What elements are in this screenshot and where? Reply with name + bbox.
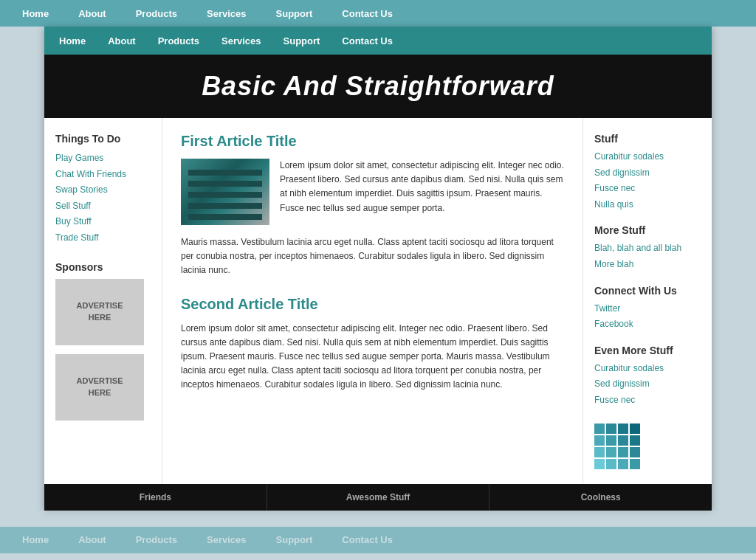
things-link[interactable]: Sell Stuff (55, 198, 151, 215)
pixel-cell (618, 435, 628, 446)
hero-banner: Basic And Straightforward (44, 55, 712, 118)
list-item: Curabitur sodales (594, 361, 701, 377)
pixel-cell (594, 435, 605, 446)
bottom-ghost-nav-item: Home (22, 534, 49, 545)
sidebar-right-section-title: Even More Stuff (594, 345, 701, 356)
sidebar-right-section-title: More Stuff (594, 224, 701, 236)
main-layout: Things To Do Play GamesChat With Friends… (44, 118, 712, 484)
ad-box-2: ADVERTISEHERE (55, 354, 144, 421)
sidebar-right-section-title: Connect With Us (594, 285, 701, 297)
sidebar-right-link[interactable]: Nulla quis (594, 197, 701, 213)
sponsors-title: Sponsors (55, 261, 151, 273)
list-item: Play Games (55, 151, 151, 167)
list-item: Chat With Friends (55, 167, 151, 183)
pixel-cell (606, 447, 616, 457)
bottom-ghost-nav: HomeAboutProductsServicesSupportContact … (0, 527, 756, 553)
site-nav: HomeAboutProductsServicesSupportContact … (44, 27, 712, 55)
sidebar-right-link[interactable]: Sed dignissim (594, 376, 701, 393)
bottom-ghost-nav-item: Support (276, 534, 313, 545)
pixel-cell (594, 459, 605, 469)
pixel-cell (630, 447, 640, 457)
things-link[interactable]: Play Games (55, 151, 151, 167)
list-item: Sell Stuff (55, 198, 151, 215)
sidebar-right-link[interactable]: More blah (594, 257, 701, 273)
top-nav-services[interactable]: Services (207, 8, 247, 19)
list-item: Blah, blah and all blah (594, 241, 701, 257)
sidebar-right-section-list: Curabitur sodalesSed dignissimFusce nec (594, 361, 701, 409)
pixel-cell (630, 435, 640, 446)
list-item: Fusce nec (594, 393, 701, 409)
list-item: Fusce nec (594, 181, 701, 197)
ad-box-1: ADVERTISEHERE (55, 279, 144, 345)
things-link[interactable]: Buy Stuff (55, 214, 151, 230)
footer-bar: FriendsAwesome StuffCoolness (44, 484, 712, 511)
article-1: First Article Title Lorem ipsum dolor si… (181, 133, 564, 278)
site-nav-contact-us[interactable]: Contact Us (342, 35, 393, 46)
sidebar-right-link[interactable]: Curabitur sodales (594, 149, 701, 165)
list-item: More blah (594, 257, 701, 273)
bottom-ghost: HomeAboutProductsServicesSupportContact … (0, 511, 756, 560)
sidebar-right-link[interactable]: Sed dignissim (594, 165, 701, 182)
pixel-cell (606, 424, 616, 434)
sidebar-right-link[interactable]: Facebook (594, 317, 701, 333)
bottom-ghost-nav-item: Contact Us (342, 534, 393, 545)
list-item: Trade Stuff (55, 230, 151, 246)
article-2-text: Lorem ipsum dolor sit amet, consectetur … (181, 322, 564, 393)
site-nav-products[interactable]: Products (158, 35, 199, 46)
site-nav-support[interactable]: Support (284, 35, 320, 46)
pixel-cell (606, 435, 616, 446)
things-link[interactable]: Chat With Friends (55, 167, 151, 183)
top-nav-about[interactable]: About (78, 8, 106, 19)
pixel-cell (618, 424, 628, 434)
sidebar-right-link[interactable]: Fusce nec (594, 393, 701, 409)
pixel-cell (618, 447, 628, 457)
main-content: First Article Title Lorem ipsum dolor si… (162, 118, 583, 484)
sidebar-left: Things To Do Play GamesChat With Friends… (44, 118, 162, 484)
site-nav-home[interactable]: Home (59, 35, 86, 46)
article-1-with-image: Lorem ipsum dolor sit amet, consectetur … (181, 159, 564, 225)
article-1-title: First Article Title (181, 133, 564, 150)
sidebar-right-section-list: Curabitur sodalesSed dignissimFusce necN… (594, 149, 701, 212)
sidebar-right-link[interactable]: Twitter (594, 301, 701, 317)
things-title: Things To Do (55, 133, 151, 145)
sidebar-right-link[interactable]: Curabitur sodales (594, 361, 701, 377)
top-nav-contact[interactable]: Contact Us (342, 8, 393, 19)
top-nav-home[interactable]: Home (22, 8, 49, 19)
footer-col: Awesome Stuff (267, 484, 490, 511)
pixel-cell (594, 424, 605, 434)
top-nav-support[interactable]: Support (276, 8, 313, 19)
sidebar-right-link[interactable]: Fusce nec (594, 181, 701, 197)
bottom-ghost-nav-item: Services (207, 534, 247, 545)
list-item: Facebook (594, 317, 701, 333)
article-1-image (181, 159, 269, 225)
list-item: Sed dignissim (594, 165, 701, 182)
list-item: Curabitur sodales (594, 149, 701, 165)
pixel-cell (630, 424, 640, 434)
pixel-cell (606, 459, 616, 469)
pixel-cell (618, 459, 628, 469)
sidebar-right: StuffCurabitur sodalesSed dignissimFusce… (583, 118, 712, 484)
sidebar-right-section-list: Blah, blah and all blahMore blah (594, 241, 701, 272)
sidebar-right-section-title: Stuff (594, 133, 701, 145)
article-2: Second Article Title Lorem ipsum dolor s… (181, 296, 564, 393)
site-nav-services[interactable]: Services (221, 35, 261, 46)
browser-window: HomeAboutProductsServicesSupportContact … (0, 0, 756, 560)
list-item: Twitter (594, 301, 701, 317)
site-nav-about[interactable]: About (108, 35, 136, 46)
footer-col: Coolness (489, 484, 712, 511)
things-link[interactable]: Trade Stuff (55, 230, 151, 246)
bottom-ghost-nav-item: About (78, 534, 106, 545)
bottom-ghost-nav-item: Products (136, 534, 177, 545)
sidebar-right-link[interactable]: Blah, blah and all blah (594, 241, 701, 257)
hero-title: Basic And Straightforward (59, 71, 697, 102)
browser-top-nav: HomeAboutProductsServicesSupportContact … (0, 0, 756, 27)
article-1-text-image: Lorem ipsum dolor sit amet, consectetur … (280, 159, 564, 225)
top-nav-products[interactable]: Products (136, 8, 177, 19)
sidebar-right-section-list: TwitterFacebook (594, 301, 701, 333)
things-link[interactable]: Swap Stories (55, 182, 151, 198)
list-item: Buy Stuff (55, 214, 151, 230)
footer-col: Friends (44, 484, 267, 511)
pixel-cell (594, 447, 605, 457)
list-item: Nulla quis (594, 197, 701, 213)
list-item: Sed dignissim (594, 376, 701, 393)
